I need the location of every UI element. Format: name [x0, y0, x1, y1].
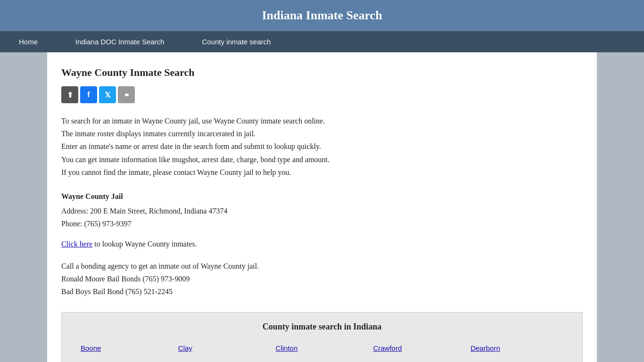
lookup-text-after: to lookup Wayne County inmates.: [92, 240, 197, 248]
county-link-boone[interactable]: Boone: [81, 341, 173, 355]
jail-address: Address: 200 E Main Street, Richmond, In…: [61, 205, 583, 217]
county-link-clay[interactable]: Clay: [178, 341, 271, 355]
jail-title: Wayne County Jail: [61, 190, 583, 203]
page-title: Wayne County Inmate Search: [61, 66, 583, 79]
county-link-delaware[interactable]: Delaware: [81, 358, 173, 362]
county-link-elkhart[interactable]: Elkhart: [276, 358, 369, 362]
county-search-section: County inmate search in Indiana BooneCla…: [61, 312, 583, 362]
county-link-grant[interactable]: Grant: [471, 358, 563, 362]
twitter-button[interactable]: 𝕏: [99, 86, 116, 103]
lookup-link-section: Click here to lookup Wayne County inmate…: [61, 240, 583, 248]
nav-doc-search[interactable]: Indiana DOC Inmate Search: [57, 31, 183, 52]
desc-line-1: To search for an inmate in Wayne County …: [61, 115, 583, 127]
bonding-line-1: Call a bonding agency to get an inmate o…: [61, 260, 583, 272]
jail-info: Wayne County Jail Address: 200 E Main St…: [61, 190, 583, 230]
county-link-fulton[interactable]: Fulton: [373, 358, 466, 362]
main-content: Wayne County Inmate Search ⬆ f 𝕏 ⚭ To se…: [47, 52, 597, 362]
facebook-button[interactable]: f: [80, 86, 97, 103]
county-grid: BooneClayClintonCrawfordDearbornDelaware…: [76, 341, 568, 362]
link-button[interactable]: ⚭: [118, 86, 135, 103]
bonding-line-2: Ronald Moore Bail Bonds (765) 973-9009: [61, 272, 583, 285]
site-header: Indiana Inmate Search: [0, 0, 644, 31]
county-link-dearborn[interactable]: Dearborn: [471, 341, 563, 355]
desc-line-5: If you cannot find the inmate, please co…: [61, 166, 583, 179]
site-title: Indiana Inmate Search: [9, 8, 635, 23]
share-button[interactable]: ⬆: [61, 86, 78, 103]
bonding-line-3: Bad Boys Bail Bond (765) 521-2245: [61, 285, 583, 298]
site-nav: Home Indiana DOC Inmate Search County in…: [0, 31, 644, 52]
county-link-dubois[interactable]: Dubois: [178, 358, 271, 362]
jail-phone: Phone: (765) 973-9397: [61, 217, 583, 230]
county-search-title: County inmate search in Indiana: [76, 322, 568, 332]
desc-line-2: The inmate roster displays inmates curre…: [61, 127, 583, 140]
desc-line-4: You can get inmate information like mugs…: [61, 153, 583, 166]
description-block: To search for an inmate in Wayne County …: [61, 115, 583, 179]
page-wrapper: Indiana Inmate Search Home Indiana DOC I…: [0, 0, 644, 362]
bonding-info: Call a bonding agency to get an inmate o…: [61, 260, 583, 298]
county-link-crawford[interactable]: Crawford: [373, 341, 466, 355]
share-buttons: ⬆ f 𝕏 ⚭: [61, 86, 583, 103]
desc-line-3: Enter an inmate's name or arrest date in…: [61, 140, 583, 153]
click-here-link[interactable]: Click here: [61, 240, 92, 248]
nav-county-search[interactable]: County inmate search: [183, 31, 289, 52]
nav-home[interactable]: Home: [0, 31, 57, 52]
county-link-clinton[interactable]: Clinton: [276, 341, 369, 355]
